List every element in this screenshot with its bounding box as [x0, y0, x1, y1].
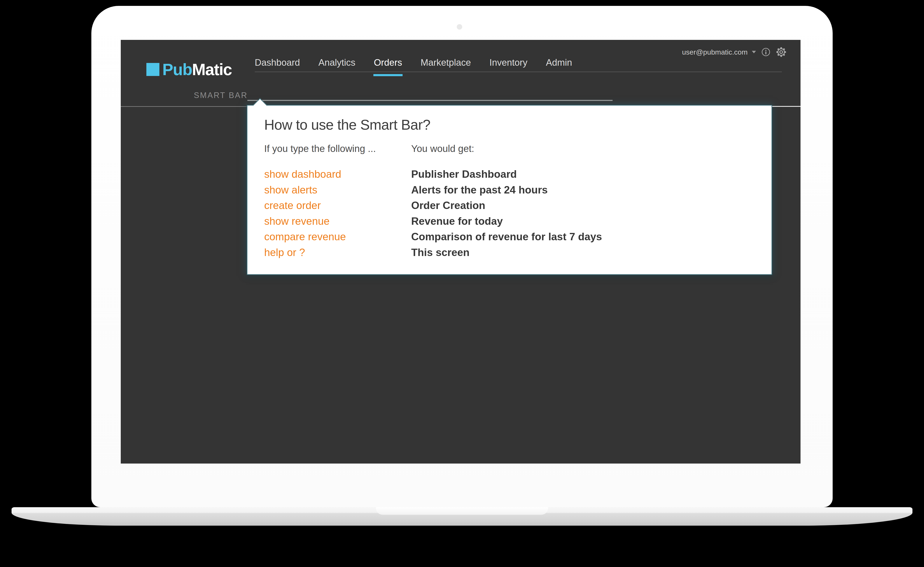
gear-icon[interactable]	[776, 46, 787, 57]
user-email[interactable]: user@pubmatic.com	[682, 48, 748, 56]
logo-text-matic: Matic	[192, 60, 232, 79]
command-link[interactable]: compare revenue	[264, 231, 411, 243]
user-menu: user@pubmatic.com	[682, 46, 787, 57]
chevron-down-icon[interactable]	[752, 51, 756, 53]
popup-title: How to use the Smart Bar?	[264, 117, 430, 133]
command-result: Publisher Dashboard	[411, 168, 602, 180]
smart-bar-input[interactable]	[247, 100, 612, 101]
page: PubMatic Dashboard Analytics Orders Mark…	[0, 0, 924, 567]
tab-analytics[interactable]: Analytics	[318, 57, 355, 72]
laptop-base-notch	[376, 507, 548, 515]
pubmatic-logo[interactable]: PubMatic	[146, 63, 232, 76]
app-screen: PubMatic Dashboard Analytics Orders Mark…	[121, 40, 801, 464]
command-link[interactable]: create order	[264, 200, 411, 212]
popup-command-table: show dashboard Publisher Dashboard show …	[264, 166, 602, 260]
pubmatic-logo-square-icon	[146, 63, 160, 76]
pubmatic-logo-text: PubMatic	[163, 63, 232, 76]
tab-dashboard[interactable]: Dashboard	[255, 57, 300, 72]
tab-orders[interactable]: Orders	[374, 57, 402, 72]
popup-column2-header: You would get:	[411, 143, 474, 154]
tab-marketplace[interactable]: Marketplace	[421, 57, 471, 72]
smart-bar-label: SMART BAR	[194, 91, 248, 100]
logo-text-pub: Pub	[163, 60, 192, 79]
command-result: Comparison of revenue for last 7 days	[411, 231, 602, 243]
command-result: This screen	[411, 246, 602, 258]
info-icon[interactable]	[761, 48, 770, 57]
popup-column1-header: If you type the following ...	[264, 143, 376, 154]
tab-inventory[interactable]: Inventory	[489, 57, 528, 72]
smart-bar-help-popup: How to use the Smart Bar? If you type th…	[247, 105, 772, 275]
command-link[interactable]: help or ?	[264, 246, 411, 258]
tab-admin[interactable]: Admin	[546, 57, 572, 72]
command-link[interactable]: show dashboard	[264, 168, 411, 180]
header-divider-right-stub	[772, 106, 801, 107]
command-result: Alerts for the past 24 hours	[411, 184, 602, 196]
command-result: Order Creation	[411, 200, 602, 212]
command-link[interactable]: show revenue	[264, 215, 411, 227]
main-nav: Dashboard Analytics Orders Marketplace I…	[255, 56, 782, 72]
webcam-dot	[457, 24, 462, 30]
command-link[interactable]: show alerts	[264, 184, 411, 196]
command-result: Revenue for today	[411, 215, 602, 227]
